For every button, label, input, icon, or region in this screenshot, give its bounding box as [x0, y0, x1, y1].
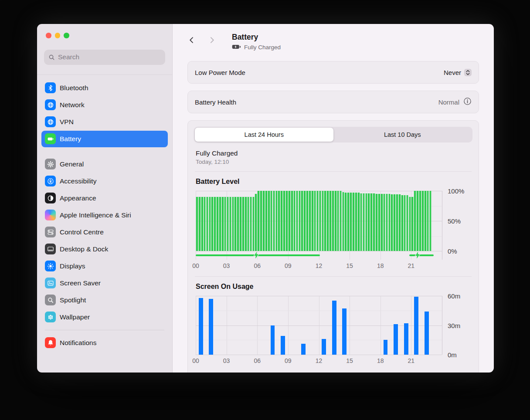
zoom-button[interactable] [64, 33, 69, 38]
battery-level-bar [278, 191, 280, 251]
battery-level-bar [327, 191, 329, 251]
sidebar-item-network[interactable]: Network [41, 97, 168, 113]
sidebar-item-appearance[interactable]: Appearance [41, 190, 168, 207]
x-tick-label: 09 [285, 357, 292, 364]
desktop-background: Search BluetoothNetworkVPNBatteryGeneral… [0, 0, 530, 420]
battery-level-bar [296, 191, 298, 251]
tab-last-10-days[interactable]: Last 10 Days [333, 128, 472, 142]
desktop-dock-icon [45, 244, 56, 254]
close-button[interactable] [46, 33, 51, 38]
battery-level-bar [343, 192, 344, 251]
info-icon[interactable] [463, 97, 472, 107]
battery-level-bar [227, 197, 229, 251]
battery-level-bar [294, 191, 296, 251]
sidebar-item-displays[interactable]: Displays [41, 258, 168, 274]
low-power-mode-value: Never [444, 69, 461, 76]
battery-level-bar [281, 191, 282, 251]
battery-level-bar [268, 191, 270, 251]
sidebar-item-apple-intelligence-siri[interactable]: Apple Intelligence & Siri [41, 207, 168, 224]
battery-level-bar [399, 194, 401, 251]
battery-level-bar [376, 194, 377, 251]
sidebar-item-label: VPN [60, 118, 74, 126]
battery-level-bar [289, 191, 290, 251]
sidebar-item-battery[interactable]: Battery [41, 131, 168, 147]
x-tick-label: 06 [254, 262, 261, 269]
battery-level-bar [396, 194, 398, 251]
sidebar-item-accessibility[interactable]: Accessibility [41, 173, 168, 190]
appearance-icon [45, 193, 56, 203]
battery-charging-icon [232, 44, 241, 51]
sidebar-item-desktop-dock[interactable]: Desktop & Dock [41, 241, 168, 257]
battery-level-bar [330, 191, 331, 251]
x-axis-labels: 0003060912151821 [196, 355, 442, 365]
battery-level-bar [276, 191, 278, 251]
x-tick-label: 18 [377, 357, 384, 364]
battery-level-bar [391, 194, 393, 251]
sidebar-item-screen-saver[interactable]: Screen Saver [41, 275, 168, 291]
sidebar-item-general[interactable]: General [41, 156, 168, 173]
sidebar-item-bluetooth[interactable]: Bluetooth [41, 80, 168, 96]
battery-level-bar [260, 191, 262, 251]
battery-level-bar [211, 197, 213, 251]
screen-usage-bar [209, 299, 213, 355]
battery-level-bar [232, 197, 234, 251]
sidebar-item-control-centre[interactable]: Control Centre [41, 224, 168, 240]
divider [195, 171, 472, 172]
screen-on-usage-chart-title: Screen On Usage [196, 283, 471, 291]
sidebar-item-vpn[interactable]: VPN [41, 114, 168, 130]
battery-level-bar [335, 191, 336, 251]
x-tick-label: 06 [254, 357, 261, 364]
sidebar-section-gap [41, 148, 168, 156]
forward-button[interactable] [207, 36, 216, 44]
battery-level-bar [340, 191, 342, 251]
sidebar-item-label: Displays [60, 262, 85, 270]
battery-pane: Battery Fully Charged Low Power Mode Nev… [173, 24, 494, 373]
battery-health-label: Battery Health [195, 98, 236, 106]
battery-level-bar [407, 195, 408, 251]
battery-level-bar [317, 191, 319, 251]
sidebar-item-spotlight[interactable]: Spotlight [41, 292, 168, 308]
page-title: Battery [232, 33, 281, 42]
battery-level-bar [427, 191, 429, 251]
sidebar-item-notifications[interactable]: Notifications [41, 335, 168, 351]
minimize-button[interactable] [55, 33, 61, 38]
sidebar-item-label: Bluetooth [60, 84, 88, 92]
sidebar-item-label: Apple Intelligence & Siri [60, 211, 131, 219]
sidebar-item-label: Network [60, 101, 85, 109]
x-tick-label: 00 [192, 357, 199, 364]
search-input[interactable]: Search [44, 50, 165, 65]
battery-level-bar [237, 197, 239, 251]
y-tick-label: 100% [448, 187, 464, 195]
battery-level-bar [299, 191, 301, 251]
battery-level-bar [204, 197, 206, 251]
battery-level-bar [214, 197, 216, 251]
battery-level-bar [355, 193, 357, 251]
battery-level-bar [345, 193, 347, 251]
battery-level-bar [425, 191, 426, 251]
window-controls [37, 24, 172, 38]
charging-bolt-icon [414, 251, 420, 261]
sidebar-item-wallpaper[interactable]: Wallpaper [41, 309, 168, 325]
battery-level-bar [219, 197, 221, 251]
sidebar-nav: BluetoothNetworkVPNBatteryGeneralAccessi… [37, 75, 172, 373]
battery-usage-card: Last 24 HoursLast 10 Days Fully Charged … [187, 120, 479, 373]
battery-level-bar [322, 191, 324, 251]
h-gridline [196, 296, 442, 296]
x-axis-labels: 0003060912151821 [196, 260, 442, 270]
tab-last-24-hours[interactable]: Last 24 Hours [195, 128, 333, 142]
low-power-mode-popup[interactable]: Never [444, 69, 472, 76]
sidebar-item-label: Screen Saver [60, 279, 101, 287]
battery-level-bar [250, 197, 252, 251]
battery-level-bar [384, 194, 385, 251]
charging-bolt-icon [253, 251, 259, 261]
low-power-mode-row: Low Power Mode Never [187, 61, 479, 84]
screen-usage-bar [301, 344, 306, 355]
battery-level-bar [411, 197, 413, 251]
back-button[interactable] [187, 36, 196, 44]
battery-level-bar [386, 194, 388, 251]
battery-status-text: Fully Charged [244, 44, 281, 51]
charging-indicator-row [196, 251, 442, 260]
history-buttons [187, 36, 216, 44]
v-gridline [442, 191, 442, 260]
x-tick-label: 18 [377, 262, 384, 269]
